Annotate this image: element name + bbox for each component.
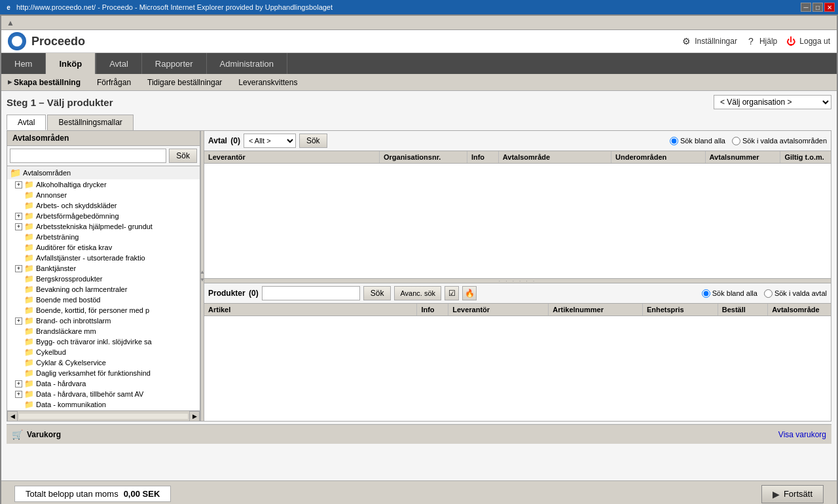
products-controls-row: Produkter (0) Sök Avanc. sök ☑ 🔥 Sök bla… <box>204 283 831 304</box>
list-item[interactable]: 📁 Bevakning och larmcentraler <box>7 284 200 295</box>
list-item[interactable]: + 📁 Data - hårdvara, tillbehör samt AV <box>7 389 200 399</box>
expand-icon[interactable]: + <box>15 213 22 220</box>
main-content: Steg 1 – Välj produkter < Välj organisat… <box>1 91 837 480</box>
list-item[interactable]: + 📁 Data - hårdvara <box>7 378 200 389</box>
spacer <box>15 276 22 283</box>
logo-area: Proceedo <box>8 32 85 50</box>
scroll-right-btn[interactable]: ▶ <box>189 411 200 422</box>
list-item[interactable]: 📁 Cykelbud <box>7 347 200 357</box>
avtal-filter-select[interactable]: < Allt > <box>244 134 296 148</box>
tree-item-label: Data - hårdvara, tillbehör samt AV <box>36 390 143 398</box>
radio-selected[interactable] <box>732 137 740 145</box>
expand-icon[interactable]: + <box>15 317 22 325</box>
maximize-button[interactable]: □ <box>812 3 823 12</box>
tree-item-label: Annonser <box>36 191 67 199</box>
col-avtalsnummer: Avtalsnummer <box>706 151 781 163</box>
folder-icon: 📁 <box>24 222 34 231</box>
list-item[interactable]: 📁 Boende med bostöd <box>7 295 200 305</box>
show-cart-link[interactable]: Visa varukorg <box>778 430 826 439</box>
expand-icon[interactable]: + <box>15 223 22 230</box>
expand-icon[interactable]: + <box>15 181 22 189</box>
folder-icon: 📁 <box>24 337 34 346</box>
products-search-input[interactable] <box>262 286 360 300</box>
nav-item-rapporter[interactable]: Rapporter <box>142 53 207 74</box>
tree-item-label: Auditörer för etiska krav <box>36 243 112 251</box>
list-item[interactable]: + 📁 Banktjänster <box>7 263 200 274</box>
subnav-tidigare-bestallningar[interactable]: Tidigare beställningar <box>144 77 225 88</box>
prod-col-info: Info <box>417 304 448 315</box>
radio-all[interactable] <box>670 137 678 145</box>
cart-icon: 🛒 <box>12 429 23 440</box>
list-item[interactable]: + 📁 Alkoholhaltiga drycker <box>7 179 200 190</box>
icon-btn-fire[interactable]: 🔥 <box>462 286 477 300</box>
list-item[interactable]: 📁 Avfallstjänster - utsorterade fraktio <box>7 253 200 263</box>
expand-icon[interactable]: + <box>15 380 22 387</box>
list-item[interactable]: 📁 Bergskrossprodukter <box>7 274 200 284</box>
close-button[interactable]: ✕ <box>824 3 835 12</box>
subnav-leveranskvittens[interactable]: Leveranskvittens <box>235 77 301 88</box>
list-item[interactable]: 📁 Daglig verksamhet för funktionshind <box>7 368 200 378</box>
list-item[interactable]: 📁 Boende, korttid, för personer med p <box>7 305 200 315</box>
products-radio-selected-label[interactable]: Sök i valda avtal <box>764 289 827 298</box>
subnav-skapa-bestallning[interactable]: ▶ Skapa beställning <box>5 77 84 88</box>
cart-bar: 🛒 Varukorg Visa varukorg <box>7 424 831 444</box>
prod-col-avtalsomrade: Avtalsområde <box>768 304 831 315</box>
h-splitter[interactable]: · · · · · · <box>204 278 831 283</box>
avtal-search-button[interactable]: Sök <box>169 149 197 163</box>
continue-button[interactable]: ▶ Fortsätt <box>761 485 824 503</box>
list-item[interactable]: 📁 Bygg- och trävaror inkl. slöjdvirke sa <box>7 336 200 347</box>
nav-item-hem[interactable]: Hem <box>1 53 46 74</box>
products-radio-selected[interactable] <box>764 289 773 298</box>
folder-icon: 📁 <box>24 400 34 409</box>
tree-area: 📁 Avtalsområden + 📁 Alkoholhaltiga dryck… <box>7 166 200 410</box>
expand-icon[interactable]: + <box>15 391 22 398</box>
icon-btn-check[interactable]: ☑ <box>445 286 459 300</box>
subnav-forfragen[interactable]: Förfrågan <box>94 77 134 88</box>
tree-item-label: Arbetsträning <box>36 233 79 241</box>
avtal-search-btn[interactable]: Sök <box>299 134 327 148</box>
list-item[interactable]: + 📁 Arbetsförmågebedömning <box>7 211 200 221</box>
list-item[interactable]: 📁 Arbetsträning <box>7 232 200 242</box>
products-search-btn[interactable]: Sök <box>363 286 392 300</box>
col-info: Info <box>467 151 499 163</box>
list-item[interactable]: 📁 Auditörer för etiska krav <box>7 242 200 253</box>
minimize-button[interactable]: ─ <box>801 3 811 12</box>
tree-item-label: Cyklar & Cykelservice <box>36 359 106 367</box>
products-advanced-btn[interactable]: Avanc. sök <box>394 286 441 300</box>
folder-icon: 📁 <box>24 201 34 210</box>
logo-text: Proceedo <box>31 35 85 48</box>
tab-bestallningsmallar[interactable]: Beställningsmallar <box>47 115 133 130</box>
nav-item-avtal[interactable]: Avtal <box>96 53 142 74</box>
products-radio-all[interactable] <box>702 289 710 298</box>
nav-item-inkop[interactable]: Inköp <box>46 53 96 74</box>
expand-icon[interactable]: + <box>15 265 22 272</box>
products-radio-all-label[interactable]: Sök bland alla <box>702 289 757 298</box>
org-select[interactable]: < Välj organisation > <box>714 95 831 109</box>
avtal-search-input[interactable] <box>10 149 166 163</box>
spacer <box>15 286 22 293</box>
radio-selected-label[interactable]: Sök i valda avtalsområden <box>732 137 827 145</box>
radio-all-label[interactable]: Sök bland alla <box>670 137 725 145</box>
ie-icon: e <box>3 2 14 12</box>
tree-item-label: Banktjänster <box>36 264 76 272</box>
nav-item-administration[interactable]: Administration <box>207 53 287 74</box>
list-item[interactable]: 📁 Annonser <box>7 190 200 200</box>
list-item[interactable]: 📁 Brandsläckare mm <box>7 326 200 336</box>
tree-item-root[interactable]: 📁 Avtalsområden <box>7 166 200 179</box>
help-label: Hjälp <box>759 37 777 46</box>
folder-icon: 📁 <box>24 274 34 283</box>
scroll-left-btn[interactable]: ◀ <box>7 411 18 422</box>
list-item[interactable]: + 📁 Brand- och inbrottslarm <box>7 315 200 326</box>
total-area: Totalt belopp utan moms 0,00 SEK <box>14 486 171 502</box>
folder-icon: 📁 <box>24 306 34 315</box>
help-action[interactable]: ? Hjälp <box>745 35 777 47</box>
settings-action[interactable]: ⚙ Inställningar <box>680 35 737 47</box>
list-item[interactable]: 📁 Cyklar & Cykelservice <box>7 357 200 368</box>
list-item[interactable]: 📁 Arbets- och skyddskläder <box>7 200 200 211</box>
list-item[interactable]: 📁 Data - kommunikation <box>7 399 200 410</box>
tab-avtal[interactable]: Avtal <box>7 115 46 130</box>
folder-icon: 📁 <box>24 190 34 200</box>
tree-hscrollbar[interactable]: ◀ ▶ <box>7 410 200 421</box>
list-item[interactable]: + 📁 Arbetsstekniska hjälpmedel- grundut <box>7 221 200 232</box>
logout-action[interactable]: ⏻ Logga ut <box>785 35 830 47</box>
